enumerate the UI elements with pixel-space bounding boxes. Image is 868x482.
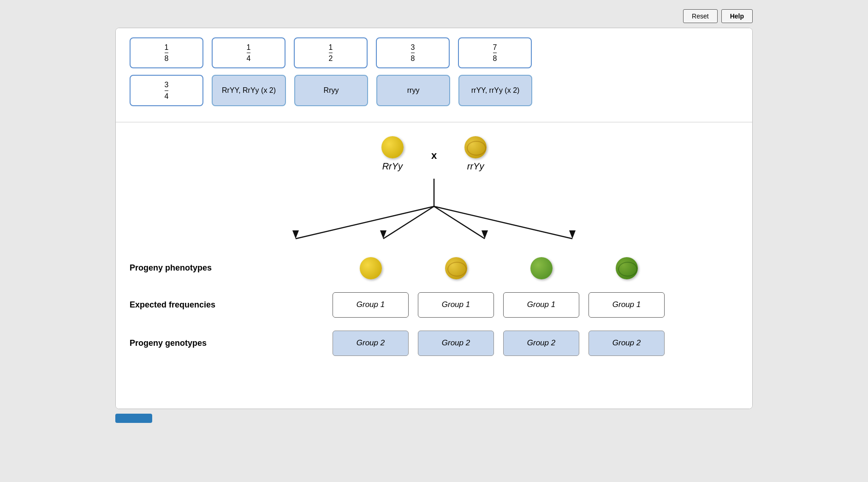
tiles-section: 1 8 1 4 1 2 3 <box>116 28 752 122</box>
pea-yellow-smooth <box>360 257 382 279</box>
cross-symbol: x <box>431 150 437 162</box>
svg-line-1 <box>296 206 434 239</box>
help-button[interactable]: Help <box>721 9 753 23</box>
geno-box-2[interactable]: Group 2 <box>418 331 494 356</box>
freq-box-1[interactable]: Group 1 <box>333 292 409 318</box>
geno-box-3[interactable]: Group 2 <box>503 331 579 356</box>
cross-area: RrYy x rrYy <box>130 136 738 174</box>
parent2-pea <box>464 136 487 158</box>
svg-marker-8 <box>569 230 576 239</box>
tile-1-2[interactable]: 1 2 <box>294 37 368 68</box>
freq-box-2[interactable]: Group 1 <box>418 292 494 318</box>
bottom-indicator <box>115 414 152 423</box>
frequency-cells: Group 1 Group 1 Group 1 Group 1 <box>259 292 738 318</box>
svg-marker-5 <box>292 230 299 239</box>
pea-green-smooth <box>530 257 553 279</box>
geno-group-3: Group 2 <box>527 338 555 348</box>
parents-row: RrYy x rrYy <box>381 136 487 172</box>
fraction-1-8: 1 8 <box>165 43 169 63</box>
svg-line-3 <box>434 206 485 239</box>
tile-rryy-rryy[interactable]: RrYY, RrYy (x 2) <box>212 75 286 106</box>
geno-box-1[interactable]: Group 2 <box>333 331 409 356</box>
expected-frequencies-label: Expected frequencies <box>130 300 259 310</box>
branching-tree <box>226 179 642 253</box>
genetics-rows: Progeny phenotypes <box>130 257 738 356</box>
freq-group-2: Group 1 <box>442 300 470 309</box>
freq-group-3: Group 1 <box>527 300 555 309</box>
phenotype-3 <box>503 257 579 279</box>
top-bar: Reset Help <box>115 9 753 23</box>
diagram-section: RrYy x rrYy <box>116 122 752 409</box>
freq-box-3[interactable]: Group 1 <box>503 292 579 318</box>
tile-rryy-lower[interactable]: rryy <box>376 75 450 106</box>
tile-rryy-label: Rryy <box>324 86 339 95</box>
progeny-phenotypes-row: Progeny phenotypes <box>130 257 738 279</box>
parent2-label: rrYy <box>467 161 484 172</box>
fraction-3-8: 3 8 <box>411 43 415 63</box>
fraction-1-2: 1 2 <box>329 43 333 63</box>
geno-group-4: Group 2 <box>612 338 641 348</box>
tile-7-8[interactable]: 7 8 <box>458 37 532 68</box>
parent1-label: RrYy <box>382 161 403 172</box>
geno-group-2: Group 2 <box>442 338 470 348</box>
tile-1-4[interactable]: 1 4 <box>212 37 285 68</box>
tile-rryy[interactable]: Rryy <box>294 75 368 106</box>
fraction-1-4: 1 4 <box>247 43 251 63</box>
parent1: RrYy <box>381 136 404 172</box>
genotype-cells: Group 2 Group 2 Group 2 Group 2 <box>259 331 738 356</box>
bottom-bar <box>115 414 753 423</box>
parent1-pea <box>381 136 404 158</box>
main-container: 1 8 1 4 1 2 3 <box>115 28 753 409</box>
freq-group-4: Group 1 <box>612 300 641 309</box>
progeny-phenotypes-label: Progeny phenotypes <box>130 263 259 273</box>
tile-rryy-rryy2[interactable]: rrYY, rrYy (x 2) <box>458 75 532 106</box>
phenotype-1 <box>333 257 409 279</box>
svg-line-4 <box>434 206 572 239</box>
freq-box-4[interactable]: Group 1 <box>589 292 665 318</box>
reset-button[interactable]: Reset <box>683 9 718 23</box>
geno-group-1: Group 2 <box>357 338 385 348</box>
tile-rryy-lower-label: rryy <box>407 86 420 95</box>
tree-svg-container <box>130 179 738 253</box>
phenotype-4 <box>589 257 665 279</box>
tiles-row-1: 1 8 1 4 1 2 3 <box>130 37 738 68</box>
geno-box-4[interactable]: Group 2 <box>589 331 665 356</box>
freq-group-1: Group 1 <box>357 300 385 309</box>
tiles-row-2: 3 4 RrYY, RrYy (x 2) Rryy rryy rrYY, rrY… <box>130 75 738 106</box>
svg-line-2 <box>383 206 434 239</box>
progeny-genotypes-row: Progeny genotypes Group 2 Group 2 Group … <box>130 331 738 356</box>
parent2: rrYy <box>464 136 487 172</box>
fraction-3-4: 3 4 <box>165 80 169 100</box>
tile-1-8[interactable]: 1 8 <box>130 37 203 68</box>
pea-green-wrinkled <box>616 257 638 279</box>
tile-rryy-rryy-label: RrYY, RrYy (x 2) <box>222 86 276 95</box>
expected-frequencies-row: Expected frequencies Group 1 Group 1 Gro… <box>130 292 738 318</box>
tile-3-4[interactable]: 3 4 <box>130 75 203 106</box>
tile-3-8[interactable]: 3 8 <box>376 37 450 68</box>
pea-yellow-wrinkled <box>445 257 467 279</box>
fraction-7-8: 7 8 <box>493 43 497 63</box>
tile-rryy-rryy2-label: rrYY, rrYy (x 2) <box>471 86 520 95</box>
phenotype-2 <box>418 257 494 279</box>
phenotype-cells <box>259 257 738 279</box>
progeny-genotypes-label: Progeny genotypes <box>130 338 259 348</box>
